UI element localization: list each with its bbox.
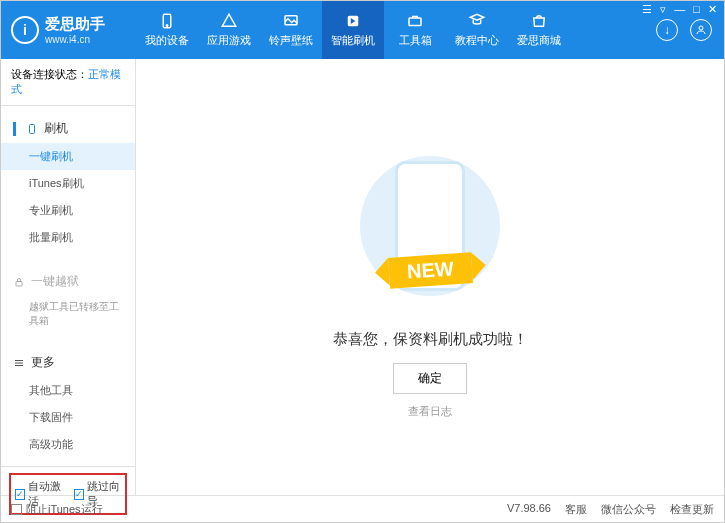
sidebar-item-pro[interactable]: 专业刷机 <box>1 197 135 224</box>
connection-status: 设备连接状态：正常模式 <box>1 59 135 106</box>
nav-toolbox[interactable]: 工具箱 <box>384 1 446 59</box>
logo-icon: i <box>11 16 39 44</box>
new-banner: NEW <box>388 252 473 289</box>
flash-icon <box>344 12 362 30</box>
svg-rect-4 <box>409 18 421 26</box>
header-right: ↓ <box>656 19 724 41</box>
svg-point-1 <box>166 25 168 27</box>
flash-group: 刷机 一键刷机 iTunes刷机 专业刷机 批量刷机 <box>1 106 135 259</box>
main-content: NEW 恭喜您，保资料刷机成功啦！ 确定 查看日志 <box>136 59 724 495</box>
jailbreak-note: 越狱工具已转移至工具箱 <box>1 296 135 332</box>
phone-icon <box>26 123 38 135</box>
footer-support[interactable]: 客服 <box>565 502 587 517</box>
brand-name: 爱思助手 <box>45 15 105 34</box>
device-icon <box>158 12 176 30</box>
svg-rect-6 <box>30 124 35 133</box>
sidebar-item-batch[interactable]: 批量刷机 <box>1 224 135 251</box>
nav-apps[interactable]: 应用游戏 <box>198 1 260 59</box>
window-controls: ☰ ▿ — □ ✕ <box>642 3 717 16</box>
footer-update[interactable]: 检查更新 <box>670 502 714 517</box>
sidebar-item-oneclick[interactable]: 一键刷机 <box>1 143 135 170</box>
sidebar-item-advanced[interactable]: 高级功能 <box>1 431 135 458</box>
confirm-button[interactable]: 确定 <box>393 363 467 394</box>
logo-area: i 爱思助手 www.i4.cn <box>1 15 136 45</box>
wallpaper-icon <box>282 12 300 30</box>
user-icon[interactable] <box>690 19 712 41</box>
header: ☰ ▿ — □ ✕ i 爱思助手 www.i4.cn 我的设备 应用游戏 铃声壁… <box>1 1 724 59</box>
maximize-icon[interactable]: □ <box>693 3 700 16</box>
version-label: V7.98.66 <box>507 502 551 517</box>
nav-my-device[interactable]: 我的设备 <box>136 1 198 59</box>
sidebar-item-downloadfw[interactable]: 下载固件 <box>1 404 135 431</box>
footer-wechat[interactable]: 微信公众号 <box>601 502 656 517</box>
nav-tutorial[interactable]: 教程中心 <box>446 1 508 59</box>
body: 设备连接状态：正常模式 刷机 一键刷机 iTunes刷机 专业刷机 批量刷机 一… <box>1 59 724 495</box>
nav-ringtone[interactable]: 铃声壁纸 <box>260 1 322 59</box>
toolbox-icon <box>406 12 424 30</box>
jailbreak-head: 一键越狱 <box>1 267 135 296</box>
tutorial-icon <box>468 12 486 30</box>
apps-icon <box>220 12 238 30</box>
main-nav: 我的设备 应用游戏 铃声壁纸 智能刷机 工具箱 教程中心 爱思商城 <box>136 1 656 59</box>
minimize-icon[interactable]: — <box>674 3 685 16</box>
menu-icon[interactable]: ☰ <box>642 3 652 16</box>
block-itunes-checkbox[interactable]: 阻止iTunes运行 <box>11 502 103 517</box>
view-log-link[interactable]: 查看日志 <box>408 404 452 419</box>
close-icon[interactable]: ✕ <box>708 3 717 16</box>
svg-rect-7 <box>16 281 22 286</box>
success-illustration: NEW <box>350 136 510 316</box>
nav-flash[interactable]: 智能刷机 <box>322 1 384 59</box>
download-icon[interactable]: ↓ <box>656 19 678 41</box>
svg-point-5 <box>699 26 703 30</box>
flash-head[interactable]: 刷机 <box>1 114 135 143</box>
brand-url: www.i4.cn <box>45 34 105 45</box>
nav-store[interactable]: 爱思商城 <box>508 1 570 59</box>
more-head[interactable]: 更多 <box>1 348 135 377</box>
jailbreak-group: 一键越狱 越狱工具已转移至工具箱 <box>1 259 135 340</box>
sidebar-item-othertools[interactable]: 其他工具 <box>1 377 135 404</box>
success-message: 恭喜您，保资料刷机成功啦！ <box>333 330 528 349</box>
sidebar-item-itunes[interactable]: iTunes刷机 <box>1 170 135 197</box>
store-icon <box>530 12 548 30</box>
skin-icon[interactable]: ▿ <box>660 3 666 16</box>
lock-icon <box>13 276 25 288</box>
more-group: 更多 其他工具 下载固件 高级功能 <box>1 340 135 466</box>
sidebar: 设备连接状态：正常模式 刷机 一键刷机 iTunes刷机 专业刷机 批量刷机 一… <box>1 59 136 495</box>
more-icon <box>13 357 25 369</box>
